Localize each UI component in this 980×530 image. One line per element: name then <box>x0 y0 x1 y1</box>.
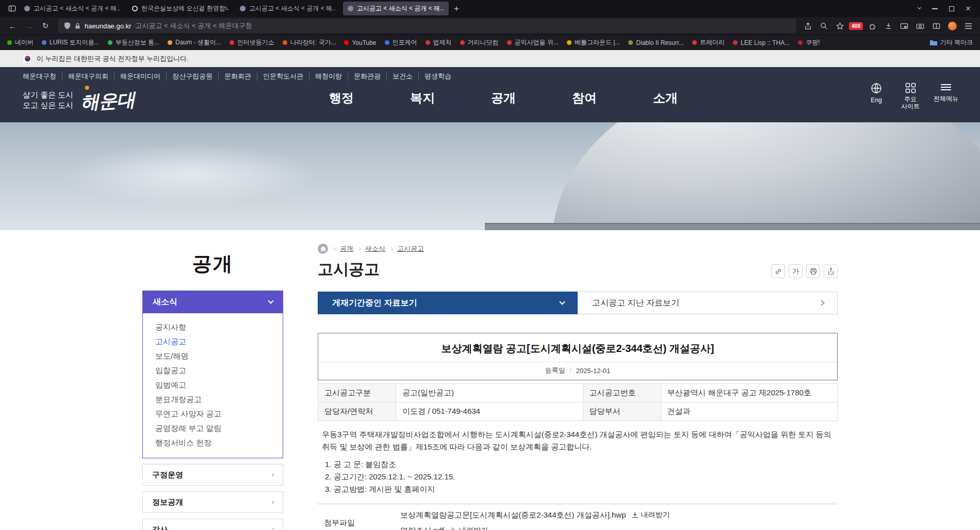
full-menu-button[interactable]: 전체메뉴 <box>934 83 958 110</box>
sidebar-item-graves[interactable]: 분묘개장공고 <box>143 392 283 407</box>
toolbar-icons: 400 <box>801 19 975 33</box>
top-link[interactable]: 해운대구청 <box>23 72 62 81</box>
nav-item-about[interactable]: 소개 <box>653 90 678 106</box>
print-button[interactable] <box>806 264 820 278</box>
bookmark-label: 트레더리 <box>700 38 725 47</box>
bookmark-star-icon[interactable] <box>833 19 846 33</box>
top-link[interactable]: 평생학습 <box>418 72 457 81</box>
bookmark-item[interactable]: 부동산정보 통... <box>108 38 159 47</box>
sidebar-dropdown[interactable]: 새소식 <box>142 291 283 313</box>
list-tabs-icon[interactable] <box>918 6 921 9</box>
breadcrumb-gosi[interactable]: 고시공고 <box>397 244 424 253</box>
reload-button[interactable]: ↻ <box>38 19 53 33</box>
language-button[interactable]: Eng <box>865 83 887 110</box>
attachment-row: 보상계획열람공고문[도시계획시설(중로2-344호선) 개설공사].hwp 내려… <box>400 507 838 523</box>
folder-icon <box>930 40 937 45</box>
top-link[interactable]: 문화관광 <box>348 72 386 81</box>
sidebar-section-info[interactable]: 정보공개 <box>142 491 283 513</box>
sidebar-item-funeral[interactable]: 공영장례 부고 알림 <box>143 421 283 436</box>
sidebar-item-press[interactable]: 보도/해명 <box>143 349 283 363</box>
tab-past-notices[interactable]: 고시공고 지난 자료보기 <box>578 292 838 314</box>
top-link[interactable]: 인문학도서관 <box>257 72 309 81</box>
back-button[interactable]: ← <box>5 19 20 33</box>
bookmark-item[interactable]: 인포케어 <box>385 38 417 47</box>
new-tab-button[interactable]: + <box>450 2 463 15</box>
bookmark-item[interactable]: YouTube <box>344 39 376 46</box>
sidebar-item-gosi-active[interactable]: 고시공고 <box>143 334 283 349</box>
bookmark-item[interactable]: 거리니닷컴 <box>460 38 499 47</box>
sidebar-menu: 공지사항 고시공고 보도/해명 입찰공고 입법예고 분묘개장공고 무연고 사망자… <box>142 313 283 458</box>
sidebar-item-unclaimed[interactable]: 무연고 사망자 공고 <box>143 407 283 421</box>
bookmark-item[interactable]: 공익사업을 위... <box>507 38 559 47</box>
header-top-links: 해운대구청 해운대구의회 해운대미디어 장산구립공원 문화회관 인문학도서관 해… <box>23 72 457 81</box>
nav-item-open[interactable]: 공개 <box>491 90 516 106</box>
browser-tab[interactable]: 고시공고 < 새소식 < 공개 < 해... <box>20 2 125 15</box>
pip-icon[interactable] <box>897 19 911 33</box>
download-link[interactable]: 내려받기 <box>631 510 670 520</box>
browser-tab[interactable]: 한국손실보상에 오신걸 환영합니... <box>127 2 233 15</box>
top-link[interactable]: 문화회관 <box>218 72 257 81</box>
sidebar-item-notices[interactable]: 공지사항 <box>143 320 283 334</box>
file-name[interactable]: 열람조서.pdf <box>400 526 444 530</box>
bookmark-item[interactable]: 법제처 <box>426 38 452 47</box>
share-icon[interactable] <box>801 19 814 33</box>
sidebar-section-audit[interactable]: 감사 <box>142 519 283 530</box>
downloads-icon[interactable] <box>881 19 895 33</box>
top-link[interactable]: 장산구립공원 <box>166 72 218 81</box>
font-size-button[interactable]: 가 <box>789 264 803 278</box>
bookmark-item[interactable]: 베틀그라운드 |... <box>567 38 620 47</box>
minimize-icon[interactable] <box>932 8 938 9</box>
sidebar-title: 공개 <box>142 251 283 277</box>
favicon-dot <box>283 40 287 45</box>
screenshot-icon[interactable] <box>913 19 927 33</box>
close-icon[interactable]: × <box>966 4 971 13</box>
tab-current-notices[interactable]: 게재기간중인 자료보기 <box>318 292 578 314</box>
bookmark-item[interactable]: 인터넷등기소 <box>230 38 274 47</box>
top-link[interactable]: 해청이랑 <box>309 72 348 81</box>
bookmark-item[interactable]: 트레더리 <box>692 38 725 47</box>
attachments-list: 보상계획열람공고문[도시계획시설(중로2-344호선) 개설공사].hwp 내려… <box>400 507 838 530</box>
bookmark-item[interactable]: Daum - 생활이... <box>168 38 221 47</box>
chevron-down-icon <box>559 299 565 304</box>
profile-avatar[interactable] <box>945 19 959 33</box>
site-brand[interactable]: 살기 좋은 도시 오고 싶은 도시 해운대 <box>23 86 135 114</box>
split-view-icon[interactable] <box>929 19 943 33</box>
forward-button[interactable]: → <box>22 19 36 33</box>
bookmark-item[interactable]: 나라장터: 국가... <box>283 38 336 47</box>
home-icon[interactable] <box>318 244 328 254</box>
sidebar-item-bids[interactable]: 입찰공고 <box>143 363 283 378</box>
nav-item-welfare[interactable]: 복지 <box>410 90 435 106</box>
copy-link-button[interactable] <box>771 264 785 278</box>
maximize-icon[interactable] <box>949 6 954 11</box>
bookmark-item[interactable]: LURIS 토지이용... <box>42 38 100 47</box>
firefox-view-icon[interactable] <box>5 2 19 15</box>
bookmark-item[interactable]: 네이버 <box>7 38 34 47</box>
major-sites-button[interactable]: 주요 사이트 <box>900 83 921 110</box>
other-bookmarks[interactable]: 기타 북마크 <box>930 38 973 47</box>
nav-item-participate[interactable]: 참여 <box>572 90 597 106</box>
table-row: 담당자/연락처 이도경 / 051-749-4634 담당부서 건설과 <box>318 403 838 421</box>
bookmark-item[interactable]: 쿠팡! <box>798 38 820 47</box>
sidebar-item-charter[interactable]: 행정서비스 헌장 <box>143 436 283 450</box>
sidebar-item-legislation[interactable]: 입법예고 <box>143 378 283 392</box>
bookmark-item[interactable]: LEE Lisp :: THA... <box>733 39 790 46</box>
file-name[interactable]: 보상계획열람공고문[도시계획시설(중로2-344호선) 개설공사].hwp <box>400 510 626 520</box>
zoom-icon[interactable] <box>817 19 830 33</box>
browser-tab-active[interactable]: 고시공고 < 새소식 < 공개 < 해... <box>343 2 449 15</box>
top-link[interactable]: 보건소 <box>386 72 418 81</box>
extensions-puzzle-icon[interactable] <box>865 19 879 33</box>
sidebar-section-gujeong[interactable]: 구정운영 <box>142 464 283 486</box>
top-link[interactable]: 해운대구의회 <box>62 72 114 81</box>
download-link[interactable]: 내려받기 <box>449 526 488 530</box>
bookmark-item[interactable]: Diablo II Resurr... <box>628 39 684 46</box>
site-logo[interactable]: 해운대 <box>80 84 136 115</box>
extension-badge[interactable]: 400 <box>849 22 863 30</box>
share-button[interactable] <box>824 264 838 278</box>
address-bar[interactable]: haeundae.go.kr 고시공고 < 새소식 < 공개 < 해운대구청 <box>58 19 796 33</box>
browser-tab[interactable]: 고시공고 < 새소식 < 공개 < 해... <box>235 2 341 15</box>
top-link[interactable]: 해운대미디어 <box>114 72 166 81</box>
nav-item-admin[interactable]: 행정 <box>329 90 354 106</box>
breadcrumb-open[interactable]: 공개 <box>340 244 353 253</box>
app-menu-icon[interactable] <box>961 19 975 33</box>
breadcrumb-news[interactable]: 새소식 <box>365 244 385 253</box>
